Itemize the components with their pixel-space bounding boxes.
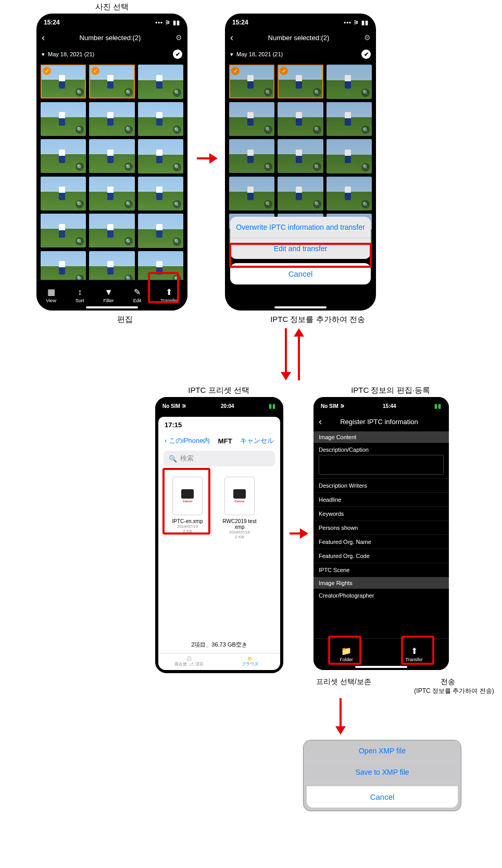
magnify-icon[interactable]: 🔍 [313, 126, 321, 134]
photo-thumb[interactable]: 🔍 [327, 177, 372, 211]
magnify-icon[interactable]: 🔍 [173, 126, 181, 134]
magnify-icon[interactable]: 🔍 [264, 88, 272, 96]
magnify-icon[interactable]: 🔍 [313, 200, 321, 208]
magnify-icon[interactable]: 🔍 [173, 200, 181, 208]
photo-thumb[interactable]: 🔍 [229, 139, 274, 173]
magnify-icon[interactable]: 🔍 [76, 88, 84, 96]
magnify-icon[interactable]: 🔍 [173, 163, 181, 171]
status-time: 15:44 [383, 403, 396, 409]
magnify-icon[interactable]: 🔍 [264, 126, 272, 134]
date-group-bar[interactable]: ▾May 18, 2021 (21) ✔ [225, 47, 376, 61]
sheet-edit-and-transfer[interactable]: Edit and transfer [230, 238, 371, 259]
magnify-icon[interactable]: 🔍 [313, 163, 321, 171]
file-icon: Canon [172, 477, 203, 515]
file-icon: Canon [224, 477, 255, 515]
photo-thumb[interactable]: 🔍 [89, 102, 134, 136]
sheet-open-xmp[interactable]: Open XMP file [304, 740, 461, 762]
picker-cancel[interactable]: キャンセル [240, 436, 274, 445]
magnify-icon[interactable]: 🔍 [173, 89, 181, 97]
magnify-icon[interactable]: 🔍 [264, 163, 272, 171]
photo-thumb[interactable]: 🔍 [41, 214, 86, 247]
photo-thumb[interactable]: 🔍 [138, 214, 183, 248]
magnify-icon[interactable]: 🔍 [76, 126, 84, 134]
field-writers[interactable]: Description Writers [313, 479, 449, 493]
photo-thumb[interactable]: 🔍 [138, 177, 183, 211]
date-group-bar[interactable]: ▾May 18, 2021 (21) ✔ [36, 47, 187, 61]
magnify-icon[interactable]: 🔍 [361, 163, 370, 171]
magnify-icon[interactable]: 🔍 [264, 200, 272, 208]
photo-thumb[interactable]: 🔍 [229, 177, 274, 210]
photo-thumb[interactable]: 🔍 [138, 102, 183, 137]
magnify-icon[interactable]: 🔍 [361, 126, 370, 134]
photo-thumb[interactable]: 🔍 [327, 139, 372, 173]
photo-thumb[interactable]: 🔍 [89, 214, 134, 247]
magnify-icon[interactable]: 🔍 [313, 88, 321, 96]
photo-thumb[interactable]: 🔍 [138, 139, 183, 173]
toolbar-transfer[interactable]: ⬆Transfer [160, 288, 178, 303]
photo-thumb[interactable]: 🔍 [89, 139, 134, 173]
file-item[interactable]: Canon IPTC-en.xmp 2019/07/19 2 KB [167, 477, 208, 539]
toolbar-transfer[interactable]: ⬆Transfer [405, 647, 422, 662]
magnify-icon[interactable]: 🔍 [76, 200, 84, 208]
magnify-icon[interactable]: 🔍 [76, 163, 84, 171]
magnify-icon[interactable]: 🔍 [76, 237, 84, 245]
photo-thumb[interactable]: 🔍 [41, 139, 86, 173]
sheet-overwrite-iptc[interactable]: Overwrite IPTC information and transfer [230, 217, 371, 238]
magnify-icon[interactable]: 🔍 [124, 200, 133, 208]
photo-thumb[interactable]: 🔍 [41, 102, 86, 136]
tab-recent[interactable]: 🕘最近使った項目 [158, 653, 219, 670]
status-bar: 15:24 ••• ⚞ ▮▮ [225, 14, 376, 28]
field-persons[interactable]: Persons shown [313, 521, 449, 535]
field-orgcode[interactable]: Featured Org. Code [313, 549, 449, 563]
picker-title: MFT [218, 437, 232, 445]
photo-thumb[interactable]: 🔍 [278, 139, 323, 173]
photo-thumb[interactable]: 🔍 [327, 65, 372, 99]
field-orgname[interactable]: Featured Org. Name [313, 535, 449, 549]
photo-thumb[interactable]: 🔍 [138, 65, 183, 99]
photo-thumb[interactable]: ✓🔍 [278, 65, 323, 98]
magnify-icon[interactable]: 🔍 [124, 88, 133, 96]
field-scene[interactable]: IPTC Scene [313, 563, 449, 577]
magnify-icon[interactable]: 🔍 [124, 237, 133, 245]
picker-back[interactable]: ‹ このiPhone内 [165, 436, 210, 445]
description-textarea[interactable] [319, 455, 444, 475]
status-time: 20:04 [221, 403, 234, 409]
sheet-cancel[interactable]: Cancel [230, 263, 371, 284]
photo-thumb[interactable]: 🔍 [278, 102, 323, 136]
toolbar-view[interactable]: ▦View [46, 288, 56, 303]
register-toolbar: 📁Folder ⬆Transfer [313, 638, 449, 670]
sheet-save-xmp[interactable]: Save to XMP file [304, 762, 461, 783]
magnify-icon[interactable]: 🔍 [124, 163, 133, 171]
photo-thumb[interactable]: ✓🔍 [41, 65, 86, 98]
select-all-icon[interactable]: ✔ [361, 49, 371, 59]
toolbar-filter[interactable]: ▼Filter [104, 288, 114, 303]
photo-thumb[interactable]: 🔍 [327, 102, 372, 137]
magnify-icon[interactable]: 🔍 [361, 89, 370, 97]
photo-thumb[interactable]: 🔍 [41, 177, 86, 210]
magnify-icon[interactable]: 🔍 [124, 126, 133, 134]
field-headline[interactable]: Headline [313, 493, 449, 507]
magnify-icon[interactable]: 🔍 [361, 200, 370, 208]
photo-thumb[interactable]: 🔍 [89, 177, 134, 210]
toolbar-folder[interactable]: 📁Folder [340, 647, 353, 662]
status-bar: No SIM ⚞ 15:44 ▮▮ [313, 397, 449, 412]
field-creator[interactable]: Creator/Photographer [313, 589, 449, 602]
search-input[interactable]: 🔍 検索 [164, 451, 275, 466]
field-description[interactable]: Description/Caption [313, 443, 449, 479]
gear-icon[interactable]: ⚙ [364, 33, 371, 42]
tab-browse[interactable]: 📁ブラウズ [219, 653, 280, 670]
toolbar-sort[interactable]: ↕Sort [76, 288, 84, 303]
photo-thumb[interactable]: ✓🔍 [89, 65, 134, 98]
status-bar: No SIM ⚞ 20:04 ▮▮ [155, 397, 283, 412]
photo-thumb[interactable]: 🔍 [278, 177, 323, 210]
photo-thumb[interactable]: 🔍 [229, 102, 274, 136]
gear-icon[interactable]: ⚙ [175, 33, 182, 42]
photo-thumb[interactable]: ✓🔍 [229, 65, 274, 98]
select-all-icon[interactable]: ✔ [173, 49, 182, 59]
toolbar-edit[interactable]: ✎Edit [133, 288, 142, 303]
file-date: 2019/07/19 [177, 524, 198, 529]
sheet-cancel[interactable]: Cancel [307, 786, 458, 808]
file-item[interactable]: Canon RWC2019 test xmp 2019/07/16 2 KB [219, 477, 260, 539]
magnify-icon[interactable]: 🔍 [173, 238, 181, 246]
field-keywords[interactable]: Keywords [313, 507, 449, 521]
